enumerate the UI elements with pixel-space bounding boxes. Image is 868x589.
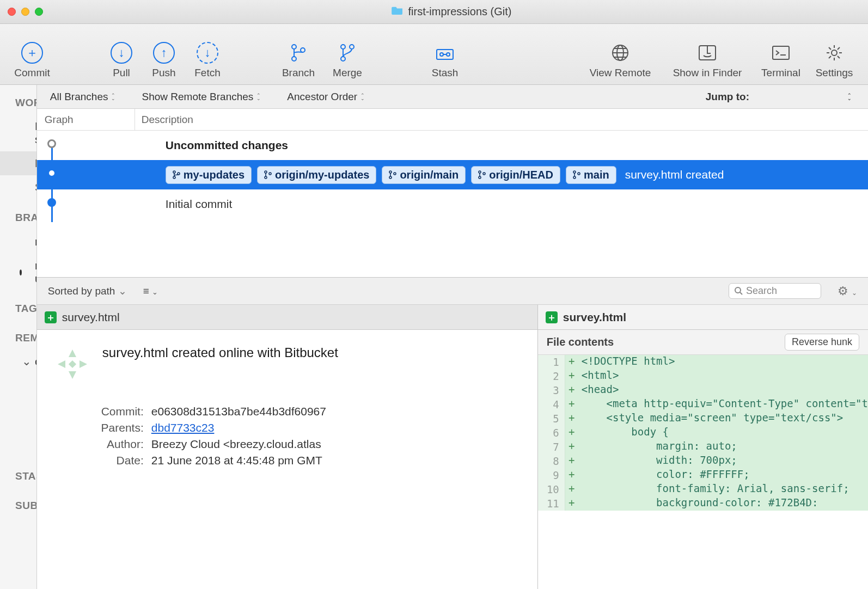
gear-icon[interactable]: ⚙ ⌄ — [838, 284, 857, 298]
commit-date: 21 June 2018 at 4:45:48 pm GMT — [151, 454, 322, 467]
diff-line[interactable]: 4+ <meta http-equiv="Content-Type" conte… — [538, 397, 868, 412]
file-tab[interactable]: ＋ survey.html — [37, 305, 537, 330]
window-controls — [8, 8, 43, 16]
svg-point-25 — [173, 176, 175, 179]
parent-link[interactable]: dbd7733c23 — [151, 421, 215, 434]
commit-hash: e06308d31513ba7be44b3df60967 — [151, 405, 326, 418]
sidebar-item-history[interactable]: History — [0, 151, 37, 175]
close-icon[interactable] — [8, 8, 16, 16]
svg-point-39 — [735, 287, 741, 293]
diff-line[interactable]: 2+<html> — [538, 369, 868, 383]
folder-icon — [392, 5, 404, 18]
svg-point-3 — [341, 45, 345, 49]
sidebar-remote-head[interactable]: HEAD — [0, 373, 37, 397]
svg-point-24 — [173, 171, 175, 173]
gear-icon — [826, 39, 843, 67]
diff-line[interactable]: 8+ width: 700px; — [538, 454, 868, 468]
diff-line[interactable]: 3+<head> — [538, 383, 868, 397]
remote-filter[interactable]: Show Remote Branches — [129, 91, 274, 103]
window-titlebar: first-impressions (Git) — [0, 0, 868, 24]
search-input[interactable]: Search — [729, 283, 821, 299]
commit-button[interactable]: ＋ Commit — [8, 39, 57, 79]
history-list: Uncommitted changes my-updates origin/my… — [37, 131, 868, 278]
push-button[interactable]: ↑ Push — [143, 39, 185, 79]
diff-file-tab[interactable]: ＋ survey.html — [538, 305, 868, 330]
svg-marker-42 — [58, 360, 65, 368]
branch-button[interactable]: Branch — [273, 39, 323, 79]
terminal-icon — [772, 39, 790, 67]
window-title: first-impressions (Git) — [408, 5, 511, 18]
sidebar-branches-header[interactable]: BRANCHES — [0, 206, 36, 230]
svg-point-35 — [483, 173, 485, 175]
avatar-icon — [53, 345, 91, 383]
history-header: Graph Description — [37, 109, 868, 131]
jump-to[interactable]: Jump to: — [706, 91, 868, 103]
diff-line[interactable]: 5+ <style media="screen" type="text/css"… — [538, 412, 868, 426]
sidebar-remotes-header[interactable]: REMOTES — [0, 327, 36, 349]
svg-point-30 — [389, 171, 392, 173]
diff-content: 1+<!DOCTYPE html>2+<html>3+<head>4+ <met… — [538, 355, 868, 511]
sidebar-branch-main[interactable]: main — [0, 230, 37, 254]
sidebar-tags-header[interactable]: TAGS — [0, 297, 36, 320]
search-icon — [735, 287, 743, 295]
sidebar-submodules-header[interactable]: SUBMODULES — [0, 494, 36, 517]
sidebar-item-file-status[interactable]: File status 1 — [0, 114, 37, 151]
order-filter[interactable]: Ancestor Order — [274, 91, 378, 103]
sidebar-remote-main[interactable]: main — [0, 397, 37, 421]
pull-button[interactable]: ↓ Pull — [100, 39, 143, 79]
svg-point-5 — [350, 45, 354, 49]
diff-line[interactable]: 6+ body { — [538, 426, 868, 440]
merge-icon — [339, 39, 356, 67]
added-file-icon: ＋ — [45, 311, 57, 323]
diff-line[interactable]: 9+ color: #FFFFFF; — [538, 468, 868, 482]
sidebar: WORKSPACE File status 1 History Search B… — [0, 85, 37, 589]
branch-tag[interactable]: origin/main — [382, 166, 466, 184]
view-mode-icon[interactable]: ≡ ⌄ — [143, 285, 158, 297]
commit-row-uncommitted[interactable]: Uncommitted changes — [37, 131, 868, 160]
branches-filter[interactable]: All Branches — [37, 91, 129, 103]
settings-button[interactable]: Settings — [808, 39, 860, 79]
terminal-button[interactable]: Terminal — [754, 39, 808, 79]
commit-message: survey.html created — [625, 168, 724, 181]
sort-select[interactable]: Sorted by path ⌄ — [48, 285, 127, 297]
diff-line[interactable]: 7+ margin: auto; — [538, 440, 868, 454]
fetch-button[interactable]: ↓ Fetch — [185, 39, 230, 79]
svg-point-34 — [479, 176, 481, 179]
branch-tag[interactable]: origin/HEAD — [471, 166, 560, 184]
commit-details-pane: ＋ survey.html survey.html created online… — [37, 305, 538, 589]
commit-row-selected[interactable]: my-updates origin/my-updates origin/main… — [37, 160, 868, 189]
svg-point-8 — [447, 53, 450, 56]
stash-button[interactable]: Stash — [420, 39, 469, 79]
svg-rect-12 — [773, 46, 789, 59]
col-graph: Graph — [37, 109, 135, 130]
sidebar-item-search[interactable]: Search — [0, 175, 37, 199]
filter-bar: All Branches Show Remote Branches Ancest… — [37, 85, 868, 109]
diff-line[interactable]: 10+ font-family: Arial, sans-serif; — [538, 482, 868, 496]
merge-button[interactable]: Merge — [323, 39, 371, 79]
diff-line[interactable]: 11+ background-color: #172B4D: — [538, 496, 868, 511]
maximize-icon[interactable] — [35, 8, 43, 16]
sidebar-branch-my-updates[interactable]: my-updates — [0, 254, 37, 291]
svg-point-28 — [265, 176, 267, 179]
sidebar-workspace-header[interactable]: WORKSPACE — [0, 91, 36, 114]
svg-rect-44 — [69, 360, 76, 368]
sidebar-remote-my-updates[interactable]: my-updates — [0, 421, 37, 458]
svg-point-38 — [578, 173, 580, 175]
reverse-hunk-button[interactable]: Reverse hunk — [785, 334, 859, 351]
diff-line[interactable]: 1+<!DOCTYPE html> — [538, 355, 868, 369]
branch-tag[interactable]: main — [566, 166, 616, 184]
added-file-icon: ＋ — [546, 311, 558, 323]
svg-marker-40 — [69, 349, 76, 357]
show-in-finder-button[interactable]: Show in Finder — [661, 39, 754, 79]
commit-author: Breezy Cloud <breezy.cloud.atlas — [151, 438, 321, 451]
svg-point-27 — [265, 171, 267, 173]
commit-row-initial[interactable]: Initial commit — [37, 189, 868, 219]
branch-tag[interactable]: my-updates — [166, 166, 252, 184]
sidebar-remote-origin[interactable]: ⌄origin — [0, 349, 37, 373]
sidebar-stashes-header[interactable]: STASHES — [0, 465, 36, 488]
svg-point-29 — [269, 173, 271, 175]
branch-tag[interactable]: origin/my-updates — [257, 166, 376, 184]
minimize-icon[interactable] — [21, 8, 29, 16]
view-remote-button[interactable]: View Remote — [579, 39, 661, 79]
diff-pane: ＋ survey.html File contents Reverse hunk… — [538, 305, 868, 589]
